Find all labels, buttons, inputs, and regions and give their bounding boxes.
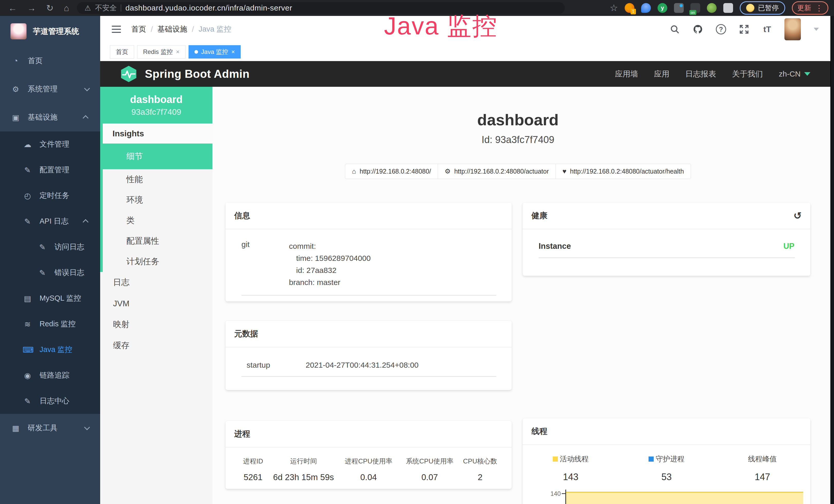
- sidebar-collapse-icon[interactable]: [112, 26, 121, 33]
- git-branch-line: branch: master: [289, 276, 496, 288]
- sidebar-item-config-mgmt[interactable]: ✎ 配置管理: [0, 157, 100, 183]
- cards-area: 信息 git commit: time: 1596289704000 id: 2…: [225, 203, 810, 504]
- sidebar-item-system-mgmt[interactable]: ⚙ 系统管理: [0, 75, 100, 103]
- sidebar-item-redis-monitor[interactable]: ≋ Redis 监控: [0, 311, 100, 337]
- extension-pin-icon[interactable]: [641, 3, 651, 13]
- instance-name: dashboard: [130, 94, 182, 105]
- sba-item-caches[interactable]: 缓存: [100, 335, 213, 356]
- instance-id: 93a3fc7f7409: [132, 107, 181, 117]
- sidebar-item-label: 日志中心: [40, 396, 69, 406]
- sidebar-item-tracing[interactable]: ◉ 链路追踪: [0, 363, 100, 388]
- sidebar-item-api-logs[interactable]: ✎ API 日志: [0, 208, 100, 234]
- legend-yellow-swatch-icon: [553, 457, 558, 462]
- sba-nav-journal[interactable]: 日志报表: [685, 69, 716, 79]
- sba-nav-about[interactable]: 关于我们: [732, 69, 763, 79]
- sidebar-item-scheduled-jobs[interactable]: ◴ 定时任务: [0, 183, 100, 208]
- avatar-caret-icon[interactable]: [814, 28, 819, 31]
- sba-item-logs[interactable]: 日志: [100, 272, 213, 293]
- browser-menu-dots-icon[interactable]: ⋮: [815, 4, 823, 13]
- sidebar-item-label: 链路追踪: [40, 370, 69, 381]
- sidebar-item-access-logs[interactable]: ✎ 访问日志: [0, 234, 100, 260]
- git-id-line: id: 27aa832: [289, 264, 496, 276]
- tab-java-monitor[interactable]: Java 监控 ×: [189, 45, 241, 59]
- sidebar-item-error-logs[interactable]: ✎ 错误日志: [0, 260, 100, 285]
- scrollbar[interactable]: [830, 16, 834, 504]
- search-icon[interactable]: [669, 23, 681, 35]
- eye-icon: ◉: [23, 371, 32, 380]
- sba-item-environment[interactable]: 环境: [103, 190, 213, 210]
- help-icon[interactable]: ?: [715, 23, 727, 35]
- git-time-line: time: 1596289704000: [289, 252, 496, 264]
- extension-switch-icon[interactable]: on: [690, 3, 700, 13]
- forward-icon[interactable]: →: [27, 4, 36, 12]
- bookmark-star-icon[interactable]: ☆: [610, 3, 618, 13]
- sba-item-mappings[interactable]: 映射: [100, 314, 213, 335]
- browser-nav-buttons: ← → ↻ ⌂: [6, 4, 69, 12]
- actuator-url-button[interactable]: ⚙ http://192.168.0.2:48080/actuator: [438, 164, 556, 179]
- health-card-title: 健康: [531, 210, 547, 221]
- fullscreen-icon[interactable]: [738, 23, 750, 35]
- app-logo: [10, 23, 27, 40]
- font-size-icon[interactable]: tT: [761, 23, 773, 35]
- sba-nav-applications[interactable]: 应用: [654, 69, 670, 79]
- layers-icon: ≋: [23, 320, 32, 329]
- service-url-button[interactable]: ⌂ http://192.168.0.2:48080/: [345, 164, 438, 179]
- tab-home[interactable]: 首页: [110, 45, 134, 59]
- sba-item-jvm[interactable]: JVM: [100, 293, 213, 314]
- history-icon[interactable]: ↺: [793, 211, 802, 221]
- user-avatar[interactable]: [785, 18, 801, 40]
- extension-leaf-icon[interactable]: [707, 3, 717, 13]
- back-icon[interactable]: ←: [8, 4, 17, 12]
- breadcrumb-infrastructure[interactable]: 基础设施: [157, 24, 187, 35]
- sidebar-item-infrastructure[interactable]: ▣ 基础设施: [0, 103, 100, 132]
- value-process-cpu: 0.04: [337, 473, 400, 482]
- sba-item-details[interactable]: 细节: [103, 143, 213, 169]
- sba-item-config-props[interactable]: 配置属性: [103, 231, 213, 251]
- close-icon[interactable]: ×: [176, 48, 179, 55]
- sba-instance-header[interactable]: dashboard 93a3fc7f7409: [100, 87, 213, 123]
- sidebar-item-label: 基础设施: [28, 112, 58, 122]
- sba-nav-wallboard[interactable]: 应用墙: [615, 69, 638, 79]
- browser-update-button[interactable]: 更新 ⋮: [792, 1, 828, 15]
- info-card-body: git commit: time: 1596289704000 id: 27aa…: [225, 229, 512, 288]
- legend-peak-value: 147: [715, 472, 810, 482]
- sba-locale-select[interactable]: zh-CN: [779, 70, 810, 78]
- sidebar-item-label: 文件管理: [40, 139, 69, 150]
- close-icon[interactable]: ×: [231, 48, 235, 55]
- tab-redis-monitor[interactable]: Redis 监控 ×: [137, 45, 185, 59]
- sidebar-item-file-mgmt[interactable]: ☁ 文件管理: [0, 132, 100, 157]
- gauge-icon: ◔: [11, 56, 21, 65]
- profile-paused-badge[interactable]: 已暂停: [740, 1, 785, 15]
- extensions-puzzle-icon[interactable]: [723, 3, 733, 13]
- sidebar-item-label: 访问日志: [54, 242, 84, 252]
- instance-links: ⌂ http://192.168.0.2:48080/ ⚙ http://192…: [225, 164, 810, 179]
- extension-grid-icon[interactable]: [674, 3, 684, 13]
- sidebar-item-label: 首页: [28, 56, 43, 66]
- active-tab-dot: [194, 50, 198, 54]
- sidebar-item-log-center[interactable]: ✎ 日志中心: [0, 388, 100, 414]
- legend-live-threads: 活动线程 143: [523, 454, 618, 482]
- reload-icon[interactable]: ↻: [46, 4, 54, 12]
- cards-column-left: 信息 git commit: time: 1596289704000 id: 2…: [225, 203, 512, 504]
- sidebar-item-java-monitor[interactable]: ⌨ Java 监控: [0, 337, 100, 363]
- breadcrumb-home[interactable]: 首页: [131, 24, 146, 35]
- sba-insights-group: Insights 细节 性能 环境 类 配置属性 计划任务: [100, 123, 213, 272]
- breadcrumb-separator: /: [192, 25, 194, 33]
- sba-item-metrics[interactable]: 性能: [103, 169, 213, 190]
- home-icon[interactable]: ⌂: [64, 4, 69, 12]
- extension-y-icon[interactable]: y: [658, 3, 667, 13]
- health-url-button[interactable]: ♥ http://192.168.0.2:48080/actuator/heal…: [555, 164, 691, 179]
- sidebar-item-dev-tools[interactable]: ▦ 研发工具: [0, 414, 100, 442]
- sidebar-item-home[interactable]: ◔ 首页: [0, 47, 100, 75]
- sidebar-item-mysql-monitor[interactable]: ▤ MySQL 监控: [0, 285, 100, 311]
- github-icon[interactable]: [692, 23, 704, 35]
- extension-orange-icon[interactable]: 1: [625, 3, 634, 13]
- sidebar-item-label: 错误日志: [54, 268, 84, 278]
- row-divider: [241, 376, 496, 377]
- live-threads-area-series: [566, 492, 803, 504]
- sba-item-scheduled-tasks[interactable]: 计划任务: [103, 251, 213, 272]
- sba-item-classes[interactable]: 类: [103, 210, 213, 231]
- health-card-header: 健康 ↺: [523, 203, 810, 229]
- value-cpu-cores: 2: [459, 473, 501, 482]
- metadata-card-body: startup 2021-04-27T00:44:31.254+08:00: [225, 347, 512, 369]
